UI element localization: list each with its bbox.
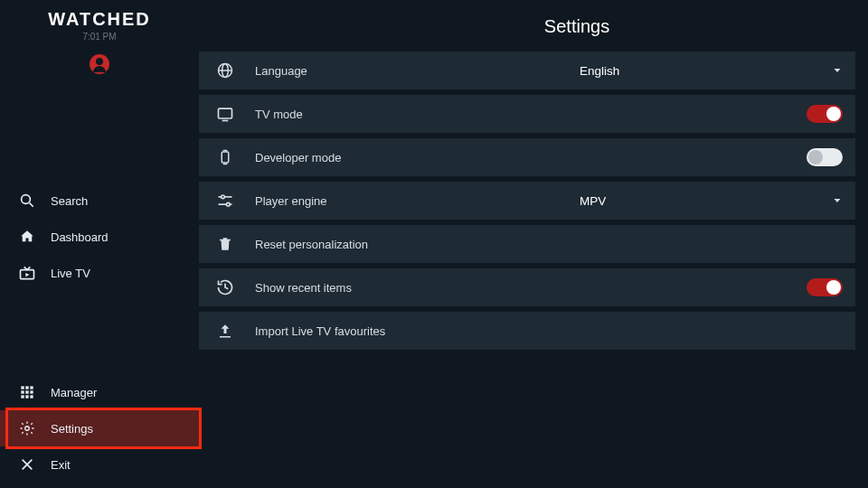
svg-rect-19 xyxy=(219,108,232,118)
row-label: Player engine xyxy=(255,194,327,208)
svg-rect-12 xyxy=(30,395,33,398)
row-label: TV mode xyxy=(255,108,303,121)
nav-bottom: Manager Settings Exit xyxy=(0,374,199,483)
tune-icon xyxy=(215,191,235,211)
developer-icon xyxy=(215,147,235,167)
upload-icon xyxy=(215,321,235,341)
nav-top: Search Dashboard Live TV xyxy=(0,183,199,291)
svg-rect-7 xyxy=(21,390,24,393)
brand-name: WATCHED xyxy=(0,9,199,30)
row-tv-mode[interactable]: TV mode xyxy=(199,95,855,133)
svg-rect-21 xyxy=(222,152,229,163)
trash-icon xyxy=(215,234,235,254)
svg-point-13 xyxy=(25,427,30,431)
monitor-icon xyxy=(215,104,235,124)
toggle-tv-mode[interactable] xyxy=(807,105,843,123)
svg-rect-6 xyxy=(30,386,33,389)
row-reset-personalization[interactable]: Reset personalization xyxy=(199,225,855,263)
sidebar-item-manager[interactable]: Manager xyxy=(0,374,199,410)
row-value: MPV xyxy=(580,194,606,208)
svg-point-0 xyxy=(22,195,31,204)
svg-line-1 xyxy=(30,203,33,207)
sidebar-item-exit[interactable]: Exit xyxy=(0,446,199,483)
row-value: English xyxy=(580,64,619,78)
svg-rect-10 xyxy=(21,395,24,398)
sidebar: WATCHED 7:01 PM Search Dashboard xyxy=(0,0,199,488)
sidebar-item-label: Dashboard xyxy=(51,230,108,244)
history-icon xyxy=(215,277,235,297)
svg-rect-8 xyxy=(25,390,28,393)
home-icon xyxy=(18,228,36,246)
svg-rect-5 xyxy=(25,386,28,389)
brand: WATCHED 7:01 PM xyxy=(0,9,199,74)
svg-rect-9 xyxy=(30,390,33,393)
tv-icon xyxy=(18,264,36,282)
avatar-icon[interactable] xyxy=(90,54,109,74)
row-player-engine[interactable]: Player engine MPV xyxy=(199,182,855,220)
row-import-favourites[interactable]: Import Live TV favourites xyxy=(199,312,855,350)
row-show-recent[interactable]: Show recent items xyxy=(199,268,855,306)
svg-point-26 xyxy=(222,195,225,199)
chevron-down-icon xyxy=(832,65,843,76)
sidebar-item-label: Settings xyxy=(51,422,93,436)
sidebar-item-label: Search xyxy=(51,194,88,208)
toggle-developer-mode[interactable] xyxy=(807,148,843,166)
grid-icon xyxy=(18,383,36,401)
toggle-show-recent[interactable] xyxy=(807,278,843,296)
row-developer-mode[interactable]: Developer mode xyxy=(199,138,855,176)
sidebar-item-live-tv[interactable]: Live TV xyxy=(0,255,199,291)
svg-rect-4 xyxy=(21,386,24,389)
svg-rect-11 xyxy=(25,395,28,398)
globe-icon xyxy=(215,61,235,80)
sidebar-item-label: Live TV xyxy=(51,267,90,280)
sidebar-item-search[interactable]: Search xyxy=(0,183,199,219)
search-icon xyxy=(18,192,36,210)
page-title: Settings xyxy=(298,16,855,37)
gear-icon xyxy=(18,419,36,437)
sidebar-item-dashboard[interactable]: Dashboard xyxy=(0,219,199,255)
main: Settings Language English TV mode Develo… xyxy=(199,0,868,488)
row-label: Language xyxy=(255,64,307,78)
row-label: Reset personalization xyxy=(255,238,368,251)
close-icon xyxy=(18,455,36,474)
row-label: Import Live TV favourites xyxy=(255,324,385,338)
svg-marker-3 xyxy=(25,273,29,277)
sidebar-item-label: Exit xyxy=(51,458,71,472)
chevron-down-icon xyxy=(832,195,843,206)
svg-point-27 xyxy=(227,202,231,206)
sidebar-item-label: Manager xyxy=(51,386,97,399)
row-language[interactable]: Language English xyxy=(199,52,855,89)
brand-time: 7:01 PM xyxy=(0,32,199,42)
row-label: Show recent items xyxy=(255,281,352,295)
sidebar-item-settings[interactable]: Settings xyxy=(0,410,199,446)
row-label: Developer mode xyxy=(255,151,341,164)
